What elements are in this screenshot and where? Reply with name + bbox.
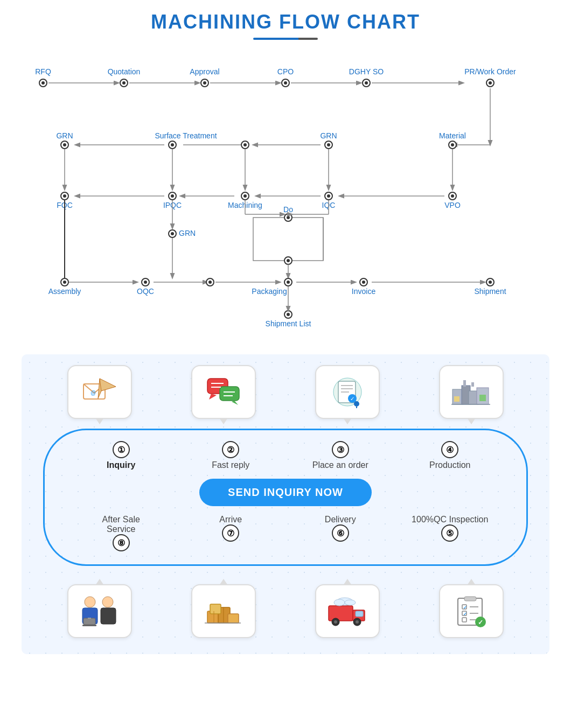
step-1-label: Inquiry: [107, 460, 135, 470]
svg-point-163: [345, 600, 356, 605]
qc-inspection-icon-bubble: ✓ ✓ ✓: [439, 584, 504, 638]
step-number-4: ④: [441, 441, 458, 458]
svg-point-21: [365, 81, 368, 85]
svg-rect-72: [253, 218, 323, 261]
step-5-number: ⑤: [446, 528, 454, 538]
svg-rect-165: [464, 597, 476, 601]
svg-text:Quotation: Quotation: [108, 67, 141, 76]
svg-rect-143: [101, 608, 116, 624]
svg-point-129: [354, 401, 359, 407]
icon-item-arrive: [170, 577, 277, 638]
step-6-label: Delivery: [325, 515, 356, 524]
step-4-number: ④: [446, 445, 454, 455]
step-7-label: Arrive: [219, 515, 242, 524]
svg-text:GRN: GRN: [320, 131, 337, 140]
icon-item-after-sale: [46, 577, 154, 638]
svg-point-160: [356, 620, 359, 624]
svg-text:RFQ: RFQ: [35, 67, 51, 76]
top-steps-row: ① Inquiry ② Fast reply ③ Place an order: [66, 441, 505, 470]
title-section: MACHINING FLOW CHART: [22, 11, 549, 40]
svg-point-162: [334, 599, 345, 606]
svg-text:PR/Work Order: PR/Work Order: [464, 67, 516, 76]
step-number-2: ②: [222, 441, 239, 458]
svg-text:VPO: VPO: [444, 201, 461, 209]
svg-rect-145: [82, 625, 96, 626]
delivery-icon-bubble: [315, 584, 380, 638]
svg-point-59: [171, 194, 174, 198]
top-icons-row: @: [38, 365, 533, 423]
svg-point-93: [287, 281, 290, 284]
icon-item-production: [417, 365, 525, 423]
after-sale-icon-bubble: [67, 584, 132, 638]
svg-rect-116: [220, 387, 239, 401]
step-5-label: 100%QC Inspection: [412, 515, 488, 524]
svg-point-158: [334, 620, 337, 624]
svg-rect-149: [228, 614, 239, 623]
svg-text:Shipment: Shipment: [474, 287, 506, 296]
step-production: ④ Production: [396, 441, 504, 470]
step-8-label: After SaleService: [102, 515, 140, 534]
step-3-number: ③: [337, 445, 344, 455]
step-fast-reply: ② Fast reply: [177, 441, 284, 470]
icon-item-fast-reply: [170, 365, 277, 423]
step-number-3: ③: [332, 441, 349, 458]
page-wrapper: MACHINING FLOW CHART RFQ Quotation Appro…: [0, 0, 571, 665]
svg-point-89: [144, 281, 147, 284]
send-inquiry-button[interactable]: SEND INQUIRY NOW: [199, 479, 372, 506]
svg-rect-150: [210, 604, 221, 614]
step-number-6: ⑥: [332, 524, 349, 542]
svg-point-87: [63, 281, 66, 284]
svg-text:@: @: [90, 390, 96, 396]
inquiry-icon-bubble: @: [67, 365, 132, 419]
svg-rect-156: [356, 611, 363, 617]
svg-point-33: [63, 143, 66, 146]
svg-text:Packaging: Packaging: [252, 287, 287, 296]
svg-point-63: [327, 194, 330, 198]
svg-point-140: [85, 597, 95, 607]
step-arrive: Arrive ⑦: [177, 515, 284, 554]
svg-rect-136: [479, 395, 486, 401]
svg-point-15: [122, 81, 126, 85]
bottom-section: @: [22, 354, 549, 654]
arrive-icon-bubble: [191, 584, 256, 638]
icon-item-delivery: [294, 577, 401, 638]
icon-item-inquiry: @: [46, 365, 154, 423]
svg-text:Surface Treatment: Surface Treatment: [155, 131, 217, 140]
svg-rect-154: [329, 606, 353, 621]
svg-point-68: [171, 232, 174, 235]
icon-item-place-order: ✓: [294, 365, 401, 423]
step-1-number: ①: [117, 445, 125, 455]
step-3-label: Place an order: [312, 460, 368, 470]
page-title: MACHINING FLOW CHART: [22, 11, 549, 33]
svg-point-97: [489, 281, 492, 284]
svg-text:✓: ✓: [463, 612, 467, 617]
svg-text:Assembly: Assembly: [48, 287, 81, 296]
step-7-number: ⑦: [227, 528, 234, 538]
svg-text:Do: Do: [283, 205, 293, 214]
svg-marker-117: [232, 401, 238, 405]
step-after-sale: After SaleService ⑧: [67, 515, 175, 554]
step-2-label: Fast reply: [212, 460, 249, 470]
step-number-5: ⑤: [441, 524, 458, 542]
svg-point-95: [362, 281, 365, 284]
svg-marker-115: [209, 394, 217, 400]
process-oval: ① Inquiry ② Fast reply ③ Place an order: [43, 429, 528, 566]
icon-item-qc-inspection: ✓ ✓ ✓: [417, 577, 525, 638]
svg-text:OQC: OQC: [137, 287, 154, 296]
svg-point-37: [243, 143, 247, 146]
step-number-8: ⑧: [113, 534, 130, 551]
title-underline: [22, 38, 549, 40]
svg-point-61: [243, 194, 247, 198]
svg-text:CPO: CPO: [277, 67, 294, 76]
svg-point-19: [284, 81, 287, 85]
svg-rect-172: [462, 618, 466, 622]
step-6-number: ⑥: [337, 528, 344, 538]
svg-text:GRN: GRN: [56, 131, 73, 140]
svg-text:GRN: GRN: [179, 229, 196, 237]
svg-rect-135: [454, 396, 459, 402]
svg-rect-144: [83, 618, 95, 625]
production-icon-bubble: [439, 365, 504, 419]
svg-point-23: [489, 81, 492, 85]
svg-text:✓: ✓: [350, 396, 354, 402]
svg-text:DGHY SO: DGHY SO: [349, 67, 384, 76]
